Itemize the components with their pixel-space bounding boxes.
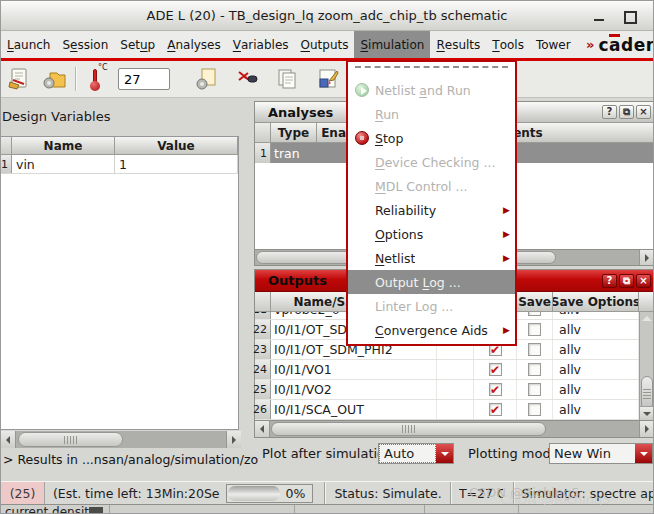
design-variables-hscrollbar[interactable] bbox=[1, 431, 241, 448]
plot-cell bbox=[474, 360, 517, 379]
column-header-name[interactable]: Name bbox=[12, 137, 115, 154]
row-number: 24 bbox=[255, 360, 271, 379]
simulation-menu-item-linter-log[interactable]: Linter Log ... bbox=[348, 294, 515, 318]
menubar-item-tower[interactable]: Tower bbox=[530, 31, 577, 58]
menubar-item-outputs[interactable]: Outputs bbox=[295, 31, 355, 58]
simulation-menu-item-mdl-control[interactable]: MDL Control ... bbox=[348, 174, 515, 198]
plot-cell bbox=[474, 400, 517, 419]
scroll-left-icon[interactable] bbox=[1, 431, 16, 448]
simulation-menu-item-stop[interactable]: Stop bbox=[348, 126, 515, 150]
plotting-mode-dropdown[interactable]: New Win bbox=[549, 443, 653, 464]
save-checkbox[interactable] bbox=[528, 383, 541, 396]
column-header-type[interactable]: Type bbox=[271, 123, 317, 142]
scroll-right-icon[interactable] bbox=[639, 250, 654, 265]
undock-icon[interactable]: ⧉ bbox=[619, 105, 634, 119]
menubar-item-analyses[interactable]: Analyses bbox=[161, 31, 227, 58]
simulation-menu-item-convergence-aids[interactable]: Convergence Aids▶ bbox=[348, 318, 515, 342]
save-option-value[interactable]: allv bbox=[553, 360, 639, 379]
title-bar[interactable]: ADE L (20) - TB_design_lq zoom_adc_chip_… bbox=[1, 1, 653, 31]
save-option-value[interactable]: allv bbox=[553, 400, 639, 419]
results-path-text: > Results in ...nsan/analog/simulation/z… bbox=[3, 452, 258, 467]
chevron-down-icon[interactable] bbox=[635, 444, 652, 463]
save-checkbox[interactable] bbox=[528, 323, 541, 336]
simulation-folder-icon[interactable] bbox=[40, 65, 68, 93]
plot-after-simulation-dropdown[interactable]: Auto bbox=[378, 443, 454, 464]
analysis-type[interactable]: tran bbox=[271, 143, 317, 163]
probe-icon[interactable] bbox=[234, 65, 262, 93]
plot-checkbox[interactable] bbox=[489, 383, 502, 396]
menubar-item-session[interactable]: Session bbox=[56, 31, 114, 58]
save-checkbox[interactable] bbox=[528, 363, 541, 376]
temperature-unit-label: °C bbox=[98, 63, 108, 72]
netlist-edit-icon[interactable] bbox=[5, 65, 33, 93]
simulation-menu-item-reliability[interactable]: Reliability▶ bbox=[348, 198, 515, 222]
scrollbar-thumb[interactable] bbox=[641, 376, 653, 410]
plotting-mode-value: New Win bbox=[550, 444, 635, 463]
edit-setup-icon[interactable] bbox=[314, 65, 342, 93]
variable-value[interactable]: 1 bbox=[115, 155, 238, 173]
scrollbar-thumb[interactable] bbox=[18, 432, 123, 447]
options-file-icon[interactable] bbox=[193, 65, 221, 93]
save-option-value[interactable]: allv bbox=[553, 380, 639, 399]
outputs-hscrollbar[interactable] bbox=[255, 420, 654, 437]
output-value bbox=[437, 380, 474, 399]
message-count-badge[interactable]: (25) bbox=[1, 482, 45, 504]
scroll-left-icon[interactable] bbox=[255, 421, 270, 437]
menubar-item-setup[interactable]: Setup bbox=[114, 31, 161, 58]
maximize-button[interactable] bbox=[622, 10, 637, 23]
sort-indicator-icon[interactable] bbox=[640, 312, 654, 325]
variable-name[interactable]: vin bbox=[12, 155, 115, 173]
output-row[interactable]: 24I0/I1/VO1allv bbox=[255, 360, 639, 380]
simulation-menu-item-netlist[interactable]: Netlist▶ bbox=[348, 246, 515, 270]
menubar-item-results[interactable]: Results bbox=[430, 31, 486, 58]
simulation-menu-item-options[interactable]: Options▶ bbox=[348, 222, 515, 246]
simulation-menu-item-netlist-and-run[interactable]: Netlist and Run bbox=[348, 78, 515, 102]
outputs-vscrollbar[interactable] bbox=[639, 312, 654, 420]
scrollbar-thumb[interactable] bbox=[271, 422, 546, 436]
menubar-item-launch[interactable]: Launch bbox=[1, 31, 56, 58]
toolbar-overflow-chevron-icon[interactable]: » bbox=[582, 31, 598, 58]
scroll-down-icon[interactable] bbox=[640, 406, 654, 420]
help-icon[interactable]: ? bbox=[602, 274, 617, 288]
save-checkbox[interactable] bbox=[528, 312, 541, 316]
help-icon[interactable]: ? bbox=[602, 105, 617, 119]
toolbar: °C bbox=[1, 61, 653, 98]
column-header-save-options[interactable]: Save Options bbox=[553, 292, 639, 311]
partial-text: current density bbox=[5, 505, 96, 514]
scroll-right-icon[interactable] bbox=[226, 431, 241, 448]
simulation-menu-item-run[interactable]: Run bbox=[348, 102, 515, 126]
save-option-value[interactable]: allv bbox=[553, 340, 639, 359]
column-header-save[interactable]: Save bbox=[517, 292, 553, 311]
close-icon[interactable]: × bbox=[636, 105, 651, 119]
variable-row[interactable]: 1vin1 bbox=[0, 155, 238, 174]
corner-cell bbox=[255, 123, 271, 142]
status-bar: (25) (Est. time left: 13Min:20Sec) 0% St… bbox=[1, 481, 653, 504]
plot-checkbox[interactable] bbox=[489, 403, 502, 416]
output-name[interactable]: I0/I1/SCA_OUT bbox=[271, 400, 437, 419]
header-scroll-corner bbox=[639, 292, 654, 311]
submenu-arrow-icon: ▶ bbox=[503, 205, 510, 215]
simulation-menu-item-device-checking[interactable]: Device Checking ... bbox=[348, 150, 515, 174]
documents-icon[interactable] bbox=[273, 65, 301, 93]
plot-checkbox[interactable] bbox=[489, 363, 502, 376]
menu-tearoff-handle[interactable] bbox=[355, 66, 508, 74]
menubar-item-tools[interactable]: Tools bbox=[486, 31, 530, 58]
menubar-item-simulation[interactable]: Simulation bbox=[354, 31, 430, 58]
scroll-right-icon[interactable] bbox=[639, 421, 654, 437]
minimize-button[interactable] bbox=[592, 10, 607, 23]
save-option-value[interactable]: allv bbox=[553, 312, 639, 319]
save-checkbox[interactable] bbox=[528, 403, 541, 416]
column-header-value[interactable]: Value bbox=[115, 137, 238, 154]
chevron-down-icon[interactable] bbox=[436, 444, 453, 463]
output-name[interactable]: I0/I1/VO2 bbox=[271, 380, 437, 399]
output-row[interactable]: 25I0/I1/VO2allv bbox=[255, 380, 639, 400]
save-checkbox[interactable] bbox=[528, 343, 541, 356]
menubar-item-variables[interactable]: Variables bbox=[227, 31, 295, 58]
output-name[interactable]: I0/I1/VO1 bbox=[271, 360, 437, 379]
simulation-menu-item-output-log[interactable]: Output Log ... bbox=[348, 270, 515, 294]
temperature-input[interactable] bbox=[118, 68, 170, 90]
output-row[interactable]: 26I0/I1/SCA_OUTallv bbox=[255, 400, 639, 420]
undock-icon[interactable]: ⧉ bbox=[619, 274, 634, 288]
save-option-value[interactable]: allv bbox=[553, 320, 639, 339]
close-icon[interactable]: × bbox=[636, 274, 651, 288]
